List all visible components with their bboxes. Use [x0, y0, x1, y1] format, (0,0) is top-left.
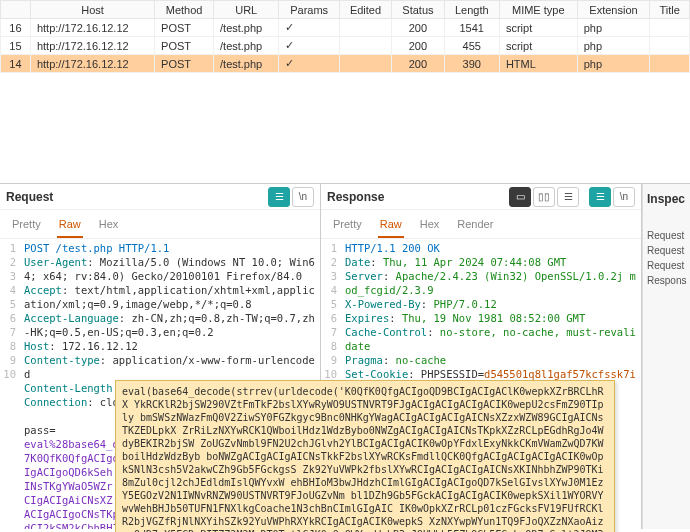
table-cell: ✓ — [279, 55, 339, 73]
tab-render[interactable]: Render — [455, 214, 495, 238]
table-cell: 14 — [1, 55, 31, 73]
column-header[interactable]: Host — [30, 1, 154, 19]
tab-raw[interactable]: Raw — [57, 214, 83, 238]
table-row[interactable]: 14http://172.16.12.12POST/test.php✓20039… — [1, 55, 690, 73]
request-tabs: PrettyRawHex — [0, 210, 320, 239]
response-actions-icon[interactable]: ☰ — [589, 187, 611, 207]
table-cell — [650, 37, 690, 55]
table-cell — [339, 55, 391, 73]
table-cell: 1541 — [444, 19, 499, 37]
column-header[interactable]: Length — [444, 1, 499, 19]
table-cell: php — [577, 19, 650, 37]
inspector-title: Inspec — [643, 188, 690, 212]
table-cell: php — [577, 37, 650, 55]
table-cell: ✓ — [279, 37, 339, 55]
table-cell: http://172.16.12.12 — [30, 55, 154, 73]
table-cell: script — [499, 19, 577, 37]
request-newline-icon[interactable]: \n — [292, 187, 314, 207]
column-header[interactable]: URL — [214, 1, 279, 19]
table-row[interactable]: 16http://172.16.12.12POST/test.php✓20015… — [1, 19, 690, 37]
table-cell: HTML — [499, 55, 577, 73]
request-line-gutter: 12345678910 — [0, 239, 20, 529]
column-header[interactable]: Method — [155, 1, 214, 19]
response-newline-icon[interactable]: \n — [613, 187, 635, 207]
table-cell: 390 — [444, 55, 499, 73]
decode-tooltip: eval(base64_decode(strrev(urldecode('K0Q… — [115, 380, 615, 532]
http-history-table[interactable]: HostMethodURLParamsEditedStatusLengthMIM… — [0, 0, 690, 73]
inspector-item[interactable]: Request — [643, 243, 690, 258]
table-cell: POST — [155, 55, 214, 73]
request-actions-icon[interactable]: ☰ — [268, 187, 290, 207]
table-cell: 200 — [392, 37, 444, 55]
request-title: Request — [6, 190, 53, 204]
column-header[interactable]: Extension — [577, 1, 650, 19]
column-header[interactable]: Params — [279, 1, 339, 19]
table-cell: 455 — [444, 37, 499, 55]
table-cell: php — [577, 55, 650, 73]
table-cell — [650, 55, 690, 73]
inspector-item[interactable]: Request — [643, 228, 690, 243]
table-row[interactable]: 15http://172.16.12.12POST/test.php✓20045… — [1, 37, 690, 55]
table-cell — [339, 37, 391, 55]
column-header[interactable]: MIME type — [499, 1, 577, 19]
column-header[interactable]: Title — [650, 1, 690, 19]
table-cell: /test.php — [214, 37, 279, 55]
tab-hex[interactable]: Hex — [418, 214, 442, 238]
table-cell: script — [499, 37, 577, 55]
table-cell: /test.php — [214, 55, 279, 73]
inspector-sidebar: Inspec RequestRequestRequestRespons — [642, 184, 690, 529]
table-cell: 15 — [1, 37, 31, 55]
view-mode-cols-icon[interactable]: ▯▯ — [533, 187, 555, 207]
table-cell: 200 — [392, 19, 444, 37]
tab-pretty[interactable]: Pretty — [10, 214, 43, 238]
tab-raw[interactable]: Raw — [378, 214, 404, 238]
view-mode-split-icon[interactable]: ▭ — [509, 187, 531, 207]
response-title: Response — [327, 190, 384, 204]
table-cell: http://172.16.12.12 — [30, 37, 154, 55]
column-header[interactable]: Edited — [339, 1, 391, 19]
table-cell: POST — [155, 37, 214, 55]
view-mode-rows-icon[interactable]: ☰ — [557, 187, 579, 207]
table-cell: /test.php — [214, 19, 279, 37]
table-cell: ✓ — [279, 19, 339, 37]
tab-hex[interactable]: Hex — [97, 214, 121, 238]
tab-pretty[interactable]: Pretty — [331, 214, 364, 238]
response-tabs: PrettyRawHexRender — [321, 210, 641, 239]
table-cell — [650, 19, 690, 37]
column-header[interactable] — [1, 1, 31, 19]
gap-area — [0, 73, 690, 183]
table-cell: http://172.16.12.12 — [30, 19, 154, 37]
column-header[interactable]: Status — [392, 1, 444, 19]
inspector-item[interactable]: Request — [643, 258, 690, 273]
table-cell: 16 — [1, 19, 31, 37]
table-cell: 200 — [392, 55, 444, 73]
inspector-item[interactable]: Respons — [643, 273, 690, 288]
table-cell: POST — [155, 19, 214, 37]
table-cell — [339, 19, 391, 37]
